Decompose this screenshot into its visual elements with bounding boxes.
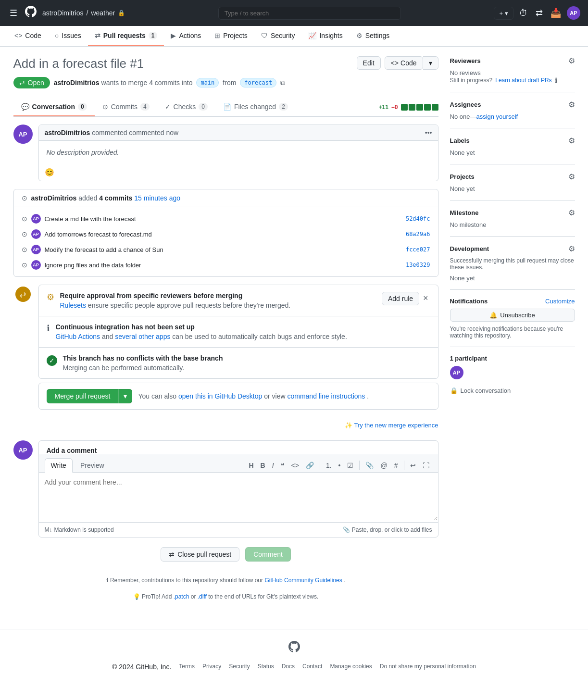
milestone-header: Milestone ⚙	[450, 208, 575, 217]
ordered-list-btn[interactable]: 1.	[323, 460, 335, 471]
patch-link[interactable]: .patch	[174, 593, 189, 600]
git-icon-btn[interactable]: ⇄	[534, 6, 545, 20]
code-button[interactable]: <> Code	[385, 56, 423, 70]
mention-btn[interactable]: @	[377, 460, 390, 471]
commit-sha[interactable]: 13e0329	[406, 262, 430, 268]
nav-item-insights[interactable]: 📈 Insights	[301, 26, 349, 46]
other-apps-link[interactable]: several other apps	[115, 333, 170, 340]
search-input[interactable]	[218, 7, 401, 20]
commit-item: ⊙ AP Create a md file with the forecast …	[14, 211, 438, 226]
issues-icon: ○	[55, 32, 59, 39]
italic-btn[interactable]: I	[269, 460, 277, 471]
tab-files-changed[interactable]: 📄 Files changed 2	[215, 98, 296, 116]
task-list-btn[interactable]: ☑	[344, 460, 356, 471]
reference-btn[interactable]: #	[391, 460, 401, 471]
fullscreen-btn[interactable]: ⛶	[420, 460, 432, 471]
tab-commits[interactable]: ⊙ Commits 4	[95, 98, 157, 116]
tab-checks[interactable]: ✓ Checks 0	[157, 98, 215, 116]
close-approval-rule-button[interactable]: ×	[421, 293, 430, 303]
inbox-icon-btn[interactable]: 📥	[549, 6, 563, 20]
commit-sha[interactable]: 68a29a6	[406, 231, 430, 238]
new-button[interactable]: + ▾	[494, 7, 513, 20]
github-actions-link[interactable]: GitHub Actions	[56, 333, 100, 340]
command-line-link[interactable]: command line instructions	[287, 392, 365, 400]
rulesets-link[interactable]: Rulesets	[60, 301, 86, 309]
nav-item-code[interactable]: <> Code	[8, 26, 48, 46]
merge-pull-request-button[interactable]: Merge pull request	[47, 389, 119, 403]
undo-btn[interactable]: ↩	[407, 460, 419, 471]
no-conflict-content: This branch has no conflicts with the ba…	[63, 354, 430, 372]
footer-docs-link[interactable]: Docs	[282, 663, 295, 671]
comment-submit-button[interactable]: Comment	[245, 547, 291, 562]
merge-dropdown-caret[interactable]: ▾	[118, 389, 132, 403]
footer-privacy-link[interactable]: Privacy	[202, 663, 221, 671]
assignees-gear-button[interactable]: ⚙	[568, 100, 575, 109]
user-avatar[interactable]: AP	[567, 6, 580, 20]
community-guidelines-link[interactable]: GitHub Community Guidelines	[264, 577, 342, 584]
code-inline-btn[interactable]: <>	[288, 460, 302, 471]
code-dropdown-caret[interactable]: ▾	[423, 56, 438, 70]
commit-message: Create a md file with the forecast	[45, 215, 402, 223]
development-gear-button[interactable]: ⚙	[568, 244, 575, 253]
timer-icon-btn[interactable]: ⏱	[517, 6, 530, 20]
nav-item-projects[interactable]: ⊞ Projects	[208, 26, 254, 46]
commit-dot-icon: ⊙	[22, 215, 27, 223]
draft-pr-link[interactable]: Learn about draft PRs	[495, 77, 551, 84]
breadcrumb-user[interactable]: astroDimitrios	[42, 9, 84, 17]
hamburger-menu[interactable]: ☰	[8, 6, 19, 20]
assign-yourself-link[interactable]: assign yourself	[476, 113, 518, 120]
commits-time-link[interactable]: 15 minutes ago	[134, 194, 180, 202]
lock-conversation[interactable]: 🔒 Lock conversation	[450, 379, 575, 394]
notifications-customize-link[interactable]: Customize	[545, 298, 575, 305]
heading-btn[interactable]: H	[246, 460, 256, 471]
nav-item-pull-requests[interactable]: ⇄ Pull requests 1	[88, 26, 164, 46]
nav-item-issues[interactable]: ○ Issues	[48, 26, 88, 46]
new-merge-experience-link[interactable]: ✨ Try the new merge experience	[345, 422, 438, 429]
checks-row: ⇄ ⚙ Require approval from specific revie…	[13, 285, 438, 433]
unsubscribe-button[interactable]: 🔔 Unsubscribe	[450, 309, 575, 322]
open-github-desktop-link[interactable]: open this in GitHub Desktop	[178, 392, 262, 400]
diff-link[interactable]: .diff	[198, 593, 207, 600]
footer-status-link[interactable]: Status	[258, 663, 274, 671]
breadcrumb-repo[interactable]: weather	[91, 9, 115, 17]
commit-sha[interactable]: fcce027	[406, 246, 430, 253]
commit-sha[interactable]: 52d40fc	[406, 215, 430, 222]
add-rule-button[interactable]: Add rule	[382, 292, 419, 305]
projects-gear-button[interactable]: ⚙	[568, 172, 575, 181]
pr-count: 1	[149, 32, 158, 39]
footer-do-not-share-link[interactable]: Do not share my personal information	[380, 663, 476, 671]
checks-main: ⚙ Require approval from specific reviewe…	[38, 285, 438, 433]
footer-manage-cookies-link[interactable]: Manage cookies	[330, 663, 372, 671]
copy-icon[interactable]: ⧉	[280, 79, 285, 87]
bold-btn[interactable]: B	[258, 460, 268, 471]
footer-security-link[interactable]: Security	[229, 663, 250, 671]
footer-terms-link[interactable]: Terms	[179, 663, 195, 671]
file-attach[interactable]: 📎 Paste, drop, or click to add files	[343, 526, 432, 533]
base-branch-tag[interactable]: main	[196, 78, 219, 88]
link-btn[interactable]: 🔗	[303, 460, 317, 471]
head-branch-tag[interactable]: forecast	[240, 78, 276, 88]
reviewers-gear-button[interactable]: ⚙	[568, 56, 575, 65]
milestone-gear-button[interactable]: ⚙	[568, 208, 575, 217]
nav-item-actions[interactable]: ▶ Actions	[164, 26, 208, 46]
comment-textarea[interactable]	[39, 473, 438, 521]
quote-btn[interactable]: ❝	[278, 460, 288, 471]
edit-button[interactable]: Edit	[357, 56, 381, 70]
emoji-reaction-btn[interactable]: 😊	[45, 168, 54, 177]
labels-gear-button[interactable]: ⚙	[568, 136, 575, 145]
pr-tabs: 💬 Conversation 0 ⊙ Commits 4 ✓ Checks 0 …	[13, 98, 438, 117]
sidebar-assignees: Assignees ⚙ No one—assign yourself	[450, 92, 575, 128]
nav-item-settings[interactable]: ⚙ Settings	[350, 26, 397, 46]
preview-tab[interactable]: Preview	[75, 458, 110, 472]
attach-file-btn[interactable]: 📎	[363, 460, 376, 471]
comment-container: AP astroDimitrios commented commented no…	[13, 125, 438, 181]
close-pull-request-button[interactable]: ⇄ Close pull request	[161, 547, 239, 562]
tab-conversation[interactable]: 💬 Conversation 0	[13, 98, 95, 116]
footer-contact-link[interactable]: Contact	[302, 663, 322, 671]
unordered-list-btn[interactable]: •	[336, 460, 344, 471]
nav-item-security[interactable]: 🛡 Security	[254, 26, 302, 46]
footer-links: © 2024 GitHub, Inc. Terms Privacy Securi…	[112, 663, 476, 671]
pr-title: Add in a forecast file #1	[13, 56, 144, 71]
comment-options[interactable]: •••	[425, 129, 432, 137]
write-tab[interactable]: Write	[45, 458, 73, 473]
